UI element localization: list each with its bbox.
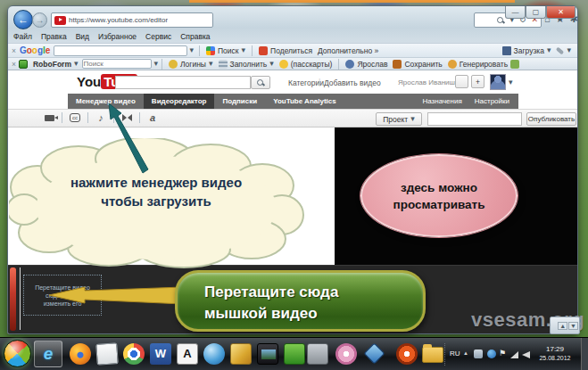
scroll-down-icon[interactable]: ▼: [568, 322, 578, 330]
start-button[interactable]: [4, 340, 31, 367]
address-bar[interactable]: https://www.youtube.com/editor: [51, 12, 213, 28]
upload-link[interactable]: Добавить видео: [324, 78, 381, 87]
tab-analytics[interactable]: YouTube Analytics: [265, 94, 344, 109]
google-search-input[interactable]: [54, 45, 187, 56]
green-box-callout: Перетащите сюда мышкой видео: [175, 270, 426, 332]
youtube-favicon: [54, 16, 66, 25]
taskbar: e W A RU ▲ ⚑ 17:29 25.08.2012: [0, 337, 588, 370]
transition-icon[interactable]: [118, 114, 136, 121]
roboform-generate-button[interactable]: Генерировать: [445, 59, 510, 70]
tray-volume-icon[interactable]: [522, 351, 530, 358]
wrench-icon: [556, 46, 564, 54]
taskbar-icon-media-player[interactable]: [284, 343, 305, 365]
tab-video-manager[interactable]: Менеджер видео: [68, 94, 144, 109]
clock-time: 17:29: [534, 345, 576, 354]
menu-edit[interactable]: Правка: [41, 32, 67, 41]
username-label: Ярослав Иванишин: [398, 78, 463, 86]
project-name-input[interactable]: [427, 112, 522, 126]
taskbar-icon-internet-explorer[interactable]: e: [37, 343, 59, 365]
youtube-search-input[interactable]: [115, 76, 251, 89]
minimize-button[interactable]: —: [505, 6, 526, 19]
window-controls: — ▢ ✕: [505, 6, 576, 19]
close-toolbar-icon[interactable]: ×: [12, 60, 16, 69]
publish-button[interactable]: Опубликовать: [526, 112, 576, 126]
maximize-button[interactable]: ▢: [526, 6, 546, 19]
menu-favorites[interactable]: Избранное: [98, 32, 137, 41]
videos-count-button[interactable]: [455, 75, 468, 88]
taskbar-icon-sticky-notes[interactable]: [95, 342, 119, 366]
timeline-zoom-slider[interactable]: [10, 267, 16, 331]
taskbar-icon-word[interactable]: W: [150, 343, 171, 365]
drop-zone[interactable]: Перетащите видео сюда,чтобы изменить его: [23, 275, 102, 316]
timeline-playhead[interactable]: [20, 267, 21, 330]
roboform-search-input[interactable]: [82, 59, 152, 69]
google-share-button[interactable]: Поделиться: [256, 45, 315, 56]
search-icon: [257, 79, 264, 86]
nav-assignments[interactable]: Назначения: [422, 97, 461, 105]
scroll-up-icon[interactable]: ▲: [558, 322, 567, 330]
clips-camera-icon[interactable]: [40, 115, 58, 121]
taskbar-icon-opera[interactable]: [396, 343, 418, 365]
google-search-button[interactable]: Поиск▾: [203, 45, 248, 56]
creative-commons-icon[interactable]: cc: [66, 113, 84, 122]
close-button[interactable]: ✕: [546, 6, 576, 19]
drop-zone-hint: Перетащите видео: [35, 284, 90, 292]
roboform-toolbar: × RoboForm▾ ▾ Логины▾ Заполнить▾ (пасска…: [8, 57, 577, 70]
tab-subscriptions[interactable]: Подписки: [214, 94, 265, 109]
taskbar-icon-image-viewer[interactable]: [257, 343, 278, 365]
google-wrench-button[interactable]: ▾: [553, 45, 574, 55]
roboform-user-button[interactable]: Ярослав: [343, 59, 390, 70]
tray-flag-icon[interactable]: ⚑: [499, 349, 506, 358]
show-desktop-button[interactable]: [581, 338, 588, 370]
language-indicator[interactable]: RU: [450, 349, 460, 358]
nav-settings[interactable]: Настройки: [475, 97, 509, 105]
taskbar-icon-chrome[interactable]: [123, 343, 145, 365]
avatar[interactable]: [490, 74, 506, 90]
home-icon[interactable]: [510, 60, 519, 69]
taskbar-icon-globe[interactable]: [203, 343, 225, 365]
taskbar-icon-photos[interactable]: [230, 343, 252, 365]
tray-picture-icon[interactable]: [474, 349, 483, 358]
menu-view[interactable]: Вид: [76, 32, 89, 41]
chevron-down-icon[interactable]: ▾: [189, 46, 194, 54]
chevron-down-icon[interactable]: ▾: [509, 78, 513, 86]
scroll-buttons[interactable]: ▲ ▼: [550, 317, 580, 334]
tray-expand-icon[interactable]: ▲: [463, 350, 468, 356]
search-icon[interactable]: [497, 17, 504, 24]
roboform-passcards-button[interactable]: (пасскарты): [277, 59, 335, 70]
youtube-search-button[interactable]: [251, 76, 270, 89]
taskbar-icon-firefox[interactable]: [70, 343, 91, 365]
chevron-down-icon[interactable]: ▾: [153, 60, 158, 68]
taskbar-icon-cd-burner[interactable]: [335, 343, 357, 365]
roboform-logins-button[interactable]: Логины▾: [166, 59, 216, 70]
editor-toolbar: cc ♪ a Проект▾ Опубликовать: [8, 109, 577, 127]
music-note-icon[interactable]: ♪: [92, 112, 110, 123]
taskbar-clock[interactable]: 17:29 25.08.2012: [534, 345, 576, 363]
roboform-save-button[interactable]: Сохранить: [390, 59, 444, 70]
tab-video-editor[interactable]: Видеоредактор: [144, 94, 215, 109]
save-disk-icon: [393, 60, 402, 69]
drop-zone-hint: изменить его: [44, 300, 82, 308]
taskbar-icon-folder[interactable]: [422, 347, 443, 363]
add-button[interactable]: +: [471, 75, 484, 88]
taskbar-icon-settings[interactable]: [307, 343, 328, 365]
close-toolbar-icon[interactable]: ×: [12, 46, 16, 55]
taskbar-icon-abbyy[interactable]: A: [177, 343, 198, 365]
pink-ellipse-callout: здесь можно просматривать: [360, 154, 518, 237]
tray-network-icon[interactable]: [510, 351, 518, 358]
menu-tools[interactable]: Сервис: [145, 32, 171, 41]
google-downloads-button[interactable]: Загрузка▾: [500, 45, 554, 56]
roboform-fill-button[interactable]: Заполнить▾: [216, 59, 277, 70]
forward-button[interactable]: →: [32, 12, 47, 28]
back-button[interactable]: ←: [13, 10, 33, 29]
menu-help[interactable]: Справка: [180, 32, 210, 41]
project-button[interactable]: Проект▾: [376, 112, 422, 126]
share-icon: [259, 46, 268, 55]
menu-file[interactable]: Файл: [13, 32, 32, 41]
text-icon[interactable]: a: [144, 112, 161, 123]
taskbar-icon-defender[interactable]: [363, 342, 385, 364]
tray-bluetooth-icon[interactable]: [487, 349, 496, 358]
roboform-menu-button[interactable]: RoboForm▾: [30, 59, 81, 70]
google-more-button[interactable]: Дополнительно »: [315, 45, 381, 56]
tray-separator: [444, 343, 445, 366]
